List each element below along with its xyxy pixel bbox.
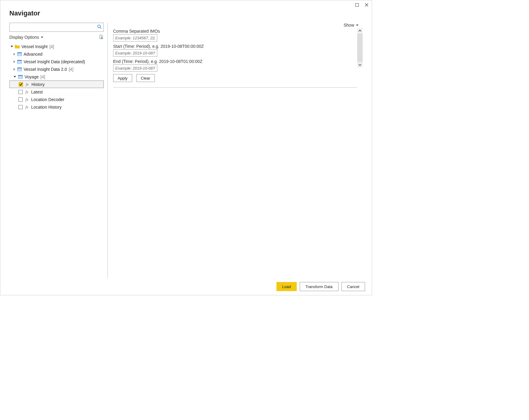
tree-label: Location Decoder (31, 97, 64, 102)
expand-icon (14, 76, 16, 77)
tree-item-vessel-insight-data-deprecated[interactable]: Vessel Insight Data (deprecated) (9, 58, 104, 65)
vertical-scrollbar[interactable] (357, 28, 363, 67)
scroll-up-icon[interactable] (357, 28, 363, 34)
imos-input[interactable] (113, 34, 157, 41)
tree-label: History (31, 82, 45, 87)
parameter-form: Comma Separated IMOs Start (Time: Period… (113, 28, 357, 88)
table-icon (17, 52, 22, 56)
end-label: End (Time: Period), e.g. 2019-10-08T01:0… (113, 59, 355, 64)
imos-label: Comma Separated IMOs (113, 29, 355, 34)
table-icon (17, 67, 22, 71)
navigator-dialog: Navigator Display Options (0, 0, 372, 295)
table-icon (18, 75, 23, 79)
checkbox[interactable] (18, 90, 23, 94)
titlebar (0, 0, 372, 9)
expand-icon (11, 46, 13, 47)
function-icon: fx (24, 90, 29, 94)
load-button[interactable]: Load (276, 282, 297, 291)
display-options-dropdown[interactable]: Display Options (9, 35, 43, 40)
search-input[interactable] (9, 23, 104, 32)
tree-item-vessel-insight-data-2[interactable]: Vessel Insight Data 2.0 [4] (9, 65, 104, 73)
svg-point-3 (98, 25, 100, 28)
tree-item-voyage[interactable]: Voyage [4] (9, 73, 104, 80)
tree-label: Advanced (24, 52, 42, 57)
tree-label: Latest (31, 90, 43, 94)
close-button[interactable] (364, 2, 369, 8)
tree-label: Vessel Insight (21, 44, 47, 49)
left-pane: Display Options (9, 23, 104, 278)
expand-icon (14, 53, 15, 55)
tree-count: [4] (69, 67, 73, 72)
apply-button[interactable]: Apply (113, 74, 132, 82)
clear-button[interactable]: Clear (136, 74, 155, 82)
form-buttons: Apply Clear (113, 74, 355, 82)
tree-root-vessel-insight[interactable]: Vessel Insight [4] (9, 43, 104, 50)
display-options-label: Display Options (9, 35, 39, 40)
svg-line-4 (100, 28, 101, 29)
show-label: Show (344, 23, 354, 28)
tree-label: Vessel Insight Data (deprecated) (24, 59, 85, 64)
table-icon (17, 60, 22, 64)
tree-label: Voyage (24, 74, 39, 79)
header: Navigator (0, 9, 372, 23)
function-icon: fx (25, 82, 30, 87)
svg-rect-17 (17, 67, 21, 68)
maximize-button[interactable] (354, 2, 360, 8)
function-icon: fx (24, 105, 29, 109)
tree-item-location-decoder[interactable]: fx Location Decoder (9, 96, 104, 103)
chevron-down-icon (41, 37, 43, 38)
checkbox[interactable] (18, 105, 23, 109)
tree: Vessel Insight [4] Advanced Vessel Insig (9, 43, 104, 278)
expand-icon (14, 61, 15, 63)
right-top: Show (113, 23, 363, 28)
tree-item-latest[interactable]: fx Latest (9, 88, 104, 96)
form-scroll: Comma Separated IMOs Start (Time: Period… (113, 28, 363, 88)
dialog-title: Navigator (9, 9, 363, 17)
vertical-divider (107, 23, 108, 278)
scrollbar-track[interactable] (357, 34, 363, 62)
refresh-icon[interactable] (99, 35, 104, 40)
checkbox[interactable] (18, 97, 23, 102)
tree-count: [4] (41, 74, 45, 79)
svg-rect-0 (355, 3, 358, 6)
right-pane: Show Comma Separated IMOs Start (Time: P… (113, 23, 363, 278)
svg-rect-7 (17, 52, 21, 53)
search-icon[interactable] (97, 25, 102, 30)
footer: Load Transform Data Cancel (0, 278, 372, 295)
svg-rect-12 (17, 60, 21, 61)
end-input[interactable] (113, 64, 157, 72)
transform-data-button[interactable]: Transform Data (300, 282, 338, 291)
scroll-down-icon[interactable] (357, 62, 363, 67)
tree-label: Location History (31, 105, 61, 110)
show-dropdown[interactable]: Show (344, 23, 363, 28)
start-label: Start (Time: Period), e.g. 2019-10-08T00… (113, 44, 355, 49)
body: Display Options (0, 23, 372, 278)
folder-icon (15, 44, 20, 49)
function-icon: fx (24, 97, 29, 102)
display-options-row: Display Options (9, 35, 104, 40)
search-row (9, 23, 104, 32)
start-input[interactable] (113, 49, 157, 57)
expand-icon (14, 68, 15, 71)
svg-rect-22 (18, 75, 22, 76)
tree-item-advanced[interactable]: Advanced (9, 50, 104, 58)
tree-item-history[interactable]: fx History (9, 80, 104, 88)
checkbox[interactable] (19, 82, 23, 87)
tree-label: Vessel Insight Data 2.0 (24, 67, 67, 72)
chevron-down-icon (356, 25, 358, 26)
tree-count: [4] (49, 44, 54, 49)
tree-item-location-history[interactable]: fx Location History (9, 103, 104, 111)
cancel-button[interactable]: Cancel (341, 282, 365, 291)
